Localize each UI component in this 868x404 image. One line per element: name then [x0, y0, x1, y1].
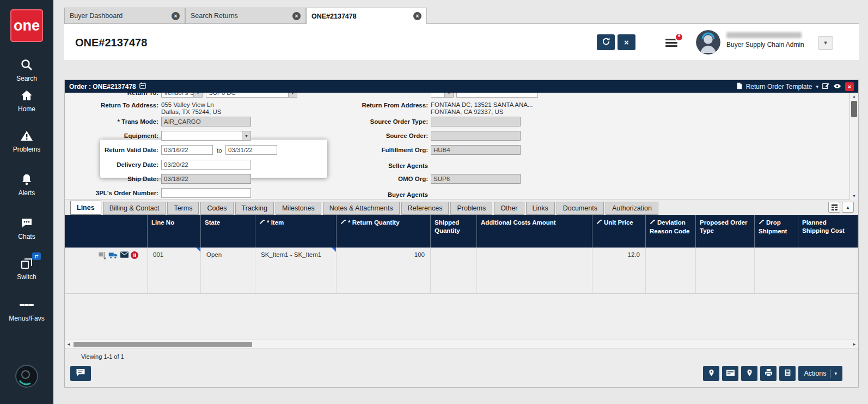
column-header-drop-shipment[interactable]: Drop Shipment	[755, 215, 798, 248]
column-header-item[interactable]: * Item	[255, 215, 337, 248]
sidebar-item-problems[interactable]: Problems	[0, 129, 53, 153]
calculator-icon	[784, 369, 791, 379]
cell-item[interactable]: SK_Item1 - SK_Item1	[255, 248, 337, 293]
tab-other[interactable]: Other	[494, 202, 524, 215]
truck-icon[interactable]	[108, 251, 118, 260]
column-header-additional-costs[interactable]: Additional Costs Amount	[477, 215, 592, 248]
tab-references[interactable]: References	[401, 202, 449, 215]
tab-authorization[interactable]: Authorization	[606, 202, 658, 215]
cell-drop-shipment[interactable]	[755, 248, 798, 293]
sidebar-item-alerts[interactable]: Alerts	[0, 172, 53, 197]
delivery-date-input[interactable]: 03/20/22	[161, 160, 251, 170]
scroll-left-arrow[interactable]: ◂	[65, 340, 72, 348]
column-header-unit-price[interactable]: Unit Price	[592, 215, 646, 248]
edit-template-icon[interactable]	[822, 82, 829, 91]
chat-button[interactable]	[70, 366, 91, 381]
column-header-icons[interactable]	[65, 215, 148, 248]
tab-billing-contact[interactable]: Billing & Contact	[103, 202, 166, 215]
close-icon[interactable]: ×	[172, 12, 180, 20]
pin-button[interactable]	[741, 366, 757, 381]
column-header-return-quantity[interactable]: * Return Quantity	[337, 215, 431, 248]
sidebar-item-home[interactable]: Home	[0, 88, 53, 113]
refresh-button[interactable]	[597, 34, 615, 50]
column-header-line-no[interactable]: Line No	[148, 215, 201, 248]
tab-notes-attachments[interactable]: Notes & Attachments	[323, 202, 400, 215]
trans-mode-field[interactable]: AIR_CARGO	[161, 117, 251, 126]
sidebar-item-chats[interactable]: Chats	[0, 216, 53, 240]
sidebar-item-menus-favs[interactable]: Menus/Favs	[0, 298, 53, 322]
column-header-proposed-order-type[interactable]: Proposed Order Type	[696, 215, 755, 248]
sidebar-item-search[interactable]: Search	[0, 58, 53, 82]
scrollbar-thumb[interactable]	[74, 342, 252, 347]
calculator-button[interactable]	[779, 366, 796, 381]
source-order-field[interactable]	[431, 131, 521, 141]
return-to-select[interactable]: Vendor's Site ▾	[161, 93, 203, 98]
table-config-button[interactable]	[828, 202, 840, 213]
omo-org-field[interactable]: SUP6	[431, 174, 521, 184]
fulfillment-org-field[interactable]: HUB4	[431, 145, 521, 155]
cell-deviation-reason[interactable]	[646, 248, 696, 293]
table-horizontal-scrollbar[interactable]: ◂ ▸	[65, 340, 858, 348]
hold-icon[interactable]	[131, 251, 138, 259]
3pl-order-number-input[interactable]	[161, 188, 251, 198]
scroll-up-arrow[interactable]: ▴	[850, 93, 858, 100]
return-valid-date-from-input[interactable]: 03/16/22	[161, 145, 213, 155]
tab-lines[interactable]: Lines	[70, 201, 101, 215]
cell-unit-price[interactable]: 12.0	[592, 248, 646, 293]
user-menu-button[interactable]: ▾	[818, 36, 833, 50]
one-logo[interactable]: one	[10, 9, 43, 42]
cell-return-quantity[interactable]: 100	[337, 248, 431, 293]
close-record-button[interactable]: ×	[618, 34, 635, 50]
pin-icon	[746, 369, 753, 379]
close-icon[interactable]: ×	[413, 12, 421, 20]
field-label: Equipment:	[65, 132, 158, 139]
actions-button[interactable]: Actions ▾	[798, 366, 842, 381]
tab-order-one-2137478[interactable]: ONE#2137478 ×	[306, 8, 427, 24]
return-valid-date-to-input[interactable]: 03/31/22	[225, 145, 277, 155]
collapse-button[interactable]: ▴	[842, 202, 854, 213]
notifications-menu-button[interactable]: *	[665, 39, 677, 47]
print-button[interactable]	[760, 366, 777, 381]
table-row[interactable]: 001 Open SK_Item1 - SK_Item1 100	[65, 248, 858, 294]
sidebar-footer-avatar[interactable]	[15, 364, 39, 388]
return-to-site-select[interactable]: SUP6 DC ▾	[206, 93, 297, 98]
tab-search-returns[interactable]: Search Returns ×	[185, 8, 306, 23]
equipment-select[interactable]: ▾	[161, 131, 251, 141]
return-from-select[interactable]: ▾	[431, 93, 454, 98]
tracking-button[interactable]	[703, 366, 719, 381]
scroll-down-arrow[interactable]: ▾	[850, 192, 858, 200]
source-order-type-field[interactable]	[431, 117, 521, 126]
pallet-icon[interactable]	[98, 251, 106, 261]
card-button[interactable]	[722, 366, 738, 381]
tab-milestones[interactable]: Milestones	[276, 202, 321, 215]
envelope-icon[interactable]	[120, 251, 129, 259]
column-header-planned-shipping-cost[interactable]: Planned Shipping Cost	[798, 215, 858, 248]
tab-tracking[interactable]: Tracking	[235, 202, 274, 215]
column-label: Unit Price	[604, 219, 633, 226]
tab-terms[interactable]: Terms	[167, 202, 199, 215]
chevron-down-icon[interactable]: ▾	[816, 84, 818, 89]
column-label: Line No	[151, 219, 174, 226]
close-icon[interactable]: ×	[292, 12, 301, 20]
ship-date-field[interactable]: 03/18/22	[161, 174, 251, 184]
column-header-deviation-reason[interactable]: Deviation Reason Code	[646, 215, 696, 248]
tab-problems[interactable]: Problems	[450, 202, 492, 215]
tab-links[interactable]: Links	[526, 202, 555, 215]
cell-value: 100	[414, 251, 425, 258]
template-selector[interactable]: Return Order Template	[746, 83, 812, 91]
column-header-shipped-quantity[interactable]: Shipped Quantity	[431, 215, 477, 248]
tab-label: Notes & Attachments	[329, 204, 393, 212]
return-from-input[interactable]	[456, 93, 538, 98]
scrollbar-thumb[interactable]	[851, 101, 857, 117]
tab-codes[interactable]: Codes	[200, 202, 233, 215]
user-avatar[interactable]	[696, 30, 720, 55]
edit-icon	[596, 219, 602, 227]
form-vertical-scrollbar[interactable]: ▴ ▾	[849, 93, 858, 200]
scroll-right-arrow[interactable]: ▸	[851, 340, 858, 348]
tab-documents[interactable]: Documents	[557, 202, 604, 215]
tab-buyer-dashboard[interactable]: Buyer Dashboard ×	[64, 8, 185, 23]
panel-close-button[interactable]: ×	[845, 82, 854, 91]
sidebar-item-switch[interactable]: ⇄ Switch	[0, 256, 53, 281]
eye-icon[interactable]	[833, 83, 841, 91]
column-header-state[interactable]: State	[201, 215, 255, 248]
